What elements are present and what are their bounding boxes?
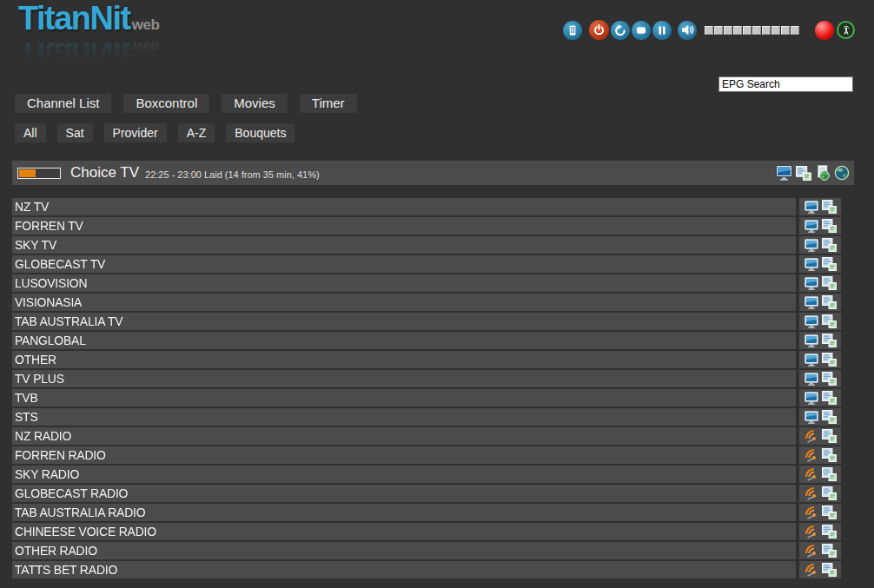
channel-name-cell[interactable]: CHINEESE VOICE RADIO [12, 523, 796, 540]
epg-list-icon[interactable] [822, 238, 837, 252]
radio-zap-icon[interactable] [804, 448, 818, 462]
tv-zap-icon[interactable] [804, 373, 818, 386]
epg-list-icon[interactable] [822, 563, 837, 577]
epg-list-icon[interactable] [822, 200, 837, 214]
power-button[interactable] [589, 20, 609, 40]
radio-zap-icon[interactable] [804, 563, 818, 577]
epg-search-input[interactable] [718, 76, 853, 92]
radio-zap-icon[interactable] [804, 467, 818, 481]
channel-name-cell[interactable]: TV PLUS [12, 370, 796, 387]
epg-list-icon[interactable] [822, 429, 837, 443]
epg-list-icon[interactable] [822, 505, 837, 519]
volume-segment[interactable] [724, 26, 732, 35]
volume-segment[interactable] [705, 26, 713, 35]
filter-az-button[interactable]: A-Z [178, 123, 215, 142]
tv-zap-icon[interactable] [804, 334, 818, 347]
channel-name-cell[interactable]: OTHER RADIO [12, 542, 796, 559]
channel-name-cell[interactable]: STS [12, 408, 796, 426]
channel-name-cell[interactable]: OTHER [12, 351, 796, 368]
epg-list-icon[interactable] [822, 314, 837, 328]
volume-segment[interactable] [733, 26, 742, 35]
channel-name-cell[interactable]: TVB [12, 389, 796, 406]
volume-segment[interactable] [762, 26, 771, 35]
channel-row: STS [12, 408, 841, 426]
channel-name-cell[interactable]: VISIONASIA [12, 294, 796, 311]
epg-list-icon[interactable] [822, 448, 837, 462]
channel-name-cell[interactable]: NZ TV [12, 198, 796, 215]
tv-screen-icon[interactable] [776, 165, 792, 181]
volume-mute-button[interactable] [678, 21, 697, 40]
tv-zap-icon[interactable] [804, 411, 818, 424]
epg-list-icon[interactable] [822, 353, 837, 367]
epg-list-icon[interactable] [822, 467, 837, 481]
volume-segment[interactable] [743, 26, 752, 35]
filter-sat-button[interactable]: Sat [57, 123, 93, 142]
nav-channel-list-button[interactable]: Channel List [15, 94, 111, 113]
channel-name-cell[interactable]: SKY TV [12, 236, 796, 254]
channel-name-cell[interactable]: GLOBECAST TV [12, 255, 796, 273]
epg-list-icon[interactable] [822, 334, 837, 347]
channel-name-cell[interactable]: TAB AUSTRALIA RADIO [12, 504, 796, 521]
channel-name-cell[interactable]: SKY RADIO [12, 466, 796, 483]
radio-zap-icon[interactable] [804, 505, 818, 519]
epg-list-icon[interactable] [822, 410, 837, 424]
epg-list-icon[interactable] [822, 295, 837, 309]
epg-list-icon[interactable] [822, 391, 837, 405]
channel-name-cell[interactable]: FORREN RADIO [12, 446, 796, 464]
tv-zap-icon[interactable] [804, 392, 818, 405]
volume-segment[interactable] [791, 26, 799, 35]
volume-segment[interactable] [771, 26, 780, 35]
tv-zap-icon[interactable] [804, 315, 818, 328]
radio-zap-icon[interactable] [804, 486, 818, 500]
channel-row-actions [799, 313, 841, 330]
filter-bouquets-button[interactable]: Bouquets [226, 123, 295, 142]
epg-list-icon[interactable] [822, 486, 837, 500]
epg-list-icon[interactable] [822, 544, 837, 558]
pause-button[interactable] [652, 21, 672, 40]
channel-name-cell[interactable]: FORREN TV [12, 217, 796, 235]
signal-indicator[interactable] [837, 21, 855, 39]
tv-zap-icon[interactable] [804, 201, 818, 214]
restart-button[interactable] [611, 21, 630, 40]
tv-zap-icon[interactable] [804, 258, 818, 271]
channel-name-cell[interactable]: PANGLOBAL [12, 332, 796, 349]
radio-zap-icon[interactable] [804, 525, 818, 538]
channel-name-cell[interactable]: TAB AUSTRALIA TV [12, 313, 796, 330]
radio-zap-icon[interactable] [804, 429, 818, 443]
epg-list-icon[interactable] [796, 166, 811, 181]
volume-segment[interactable] [781, 26, 790, 35]
channel-row-actions [799, 198, 841, 215]
tv-zap-icon[interactable] [804, 239, 818, 252]
stop-button[interactable] [632, 21, 651, 40]
channel-row-actions [799, 294, 841, 311]
filter-provider-button[interactable]: Provider [104, 123, 167, 142]
web-globe-icon[interactable] [834, 165, 850, 181]
radio-zap-icon[interactable] [804, 544, 818, 558]
channel-row: NZ RADIO [12, 427, 841, 445]
filter-all-button[interactable]: All [15, 123, 46, 142]
nav-timer-button[interactable]: Timer [300, 94, 357, 113]
channel-name-cell[interactable]: LUSOVISION [12, 274, 796, 292]
record-indicator [815, 21, 834, 40]
channel-name: GLOBECAST TV [15, 255, 105, 273]
remote-button[interactable] [563, 21, 582, 40]
epg-list-icon[interactable] [822, 372, 837, 386]
volume-segment[interactable] [714, 26, 723, 35]
volume-segment[interactable] [752, 26, 761, 35]
channel-name-cell[interactable]: NZ RADIO [12, 427, 796, 445]
nav-boxcontrol-button[interactable]: Boxcontrol [123, 94, 209, 113]
epg-list-icon[interactable] [822, 276, 837, 290]
nav-movies-button[interactable]: Movies [222, 94, 288, 113]
tv-zap-icon[interactable] [804, 277, 818, 290]
epg-list-icon[interactable] [822, 257, 837, 271]
channel-row-actions [799, 446, 841, 464]
channel-name-cell[interactable]: GLOBECAST RADIO [12, 485, 796, 502]
channel-row-actions [799, 561, 841, 578]
stream-page-icon[interactable] [815, 165, 831, 181]
epg-list-icon[interactable] [822, 525, 837, 538]
tv-zap-icon[interactable] [804, 353, 818, 367]
channel-name-cell[interactable]: TATTS BET RADIO [12, 561, 796, 578]
tv-zap-icon[interactable] [804, 296, 818, 309]
epg-list-icon[interactable] [822, 219, 837, 233]
tv-zap-icon[interactable] [804, 220, 818, 233]
